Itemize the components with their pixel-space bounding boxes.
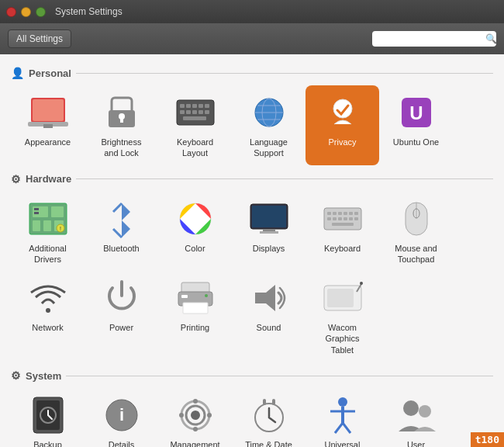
svg-rect-41	[252, 206, 286, 227]
svg-marker-67	[255, 285, 275, 311]
svg-rect-35	[34, 212, 39, 214]
icon-displays	[248, 198, 290, 240]
label-time-date: Time & Date	[245, 439, 292, 447]
maximize-button[interactable]	[36, 7, 46, 17]
label-ubuntu-one: Ubuntu One	[393, 137, 439, 147]
icon-appearance	[27, 92, 69, 133]
settings-item-user[interactable]: User	[379, 388, 453, 447]
settings-item-bluetooth[interactable]: Bluetooth	[85, 192, 158, 272]
icon-wacom	[322, 277, 364, 319]
svg-rect-10	[186, 104, 191, 108]
settings-item-language-support[interactable]: Language Support	[232, 85, 306, 165]
search-input[interactable]	[377, 33, 485, 44]
svg-rect-50	[354, 212, 358, 215]
svg-point-81	[193, 427, 198, 431]
minimize-button[interactable]	[21, 7, 31, 17]
svg-rect-9	[180, 104, 185, 108]
icon-management-service	[174, 394, 216, 436]
settings-item-sound[interactable]: Sound	[232, 271, 306, 362]
svg-rect-3	[43, 124, 53, 128]
section-header-hardware: ⚙Hardware	[11, 173, 493, 185]
icon-grid-personal: AppearanceBrightness and LockKeyboard La…	[11, 85, 493, 165]
label-mouse-touchpad: Mouse and Touchpad	[395, 243, 437, 265]
icon-color	[174, 198, 216, 240]
title-bar: System Settings	[0, 0, 504, 23]
search-icon: 🔍	[485, 33, 497, 44]
all-settings-button[interactable]: All Settings	[8, 29, 71, 48]
svg-rect-53	[338, 217, 342, 220]
settings-item-management-service[interactable]: Management Service	[158, 388, 232, 447]
label-brightness-lock: Brightness and Lock	[102, 137, 142, 159]
svg-line-90	[335, 423, 343, 433]
label-keyboard: Keyboard	[324, 243, 361, 254]
svg-point-61	[46, 308, 50, 313]
section-header-system: ⚙System	[11, 369, 493, 382]
settings-item-displays[interactable]: Displays	[232, 192, 306, 272]
close-button[interactable]	[6, 7, 16, 17]
svg-rect-54	[343, 217, 347, 220]
settings-item-brightness-lock[interactable]: Brightness and Lock	[85, 85, 158, 165]
svg-rect-55	[349, 217, 353, 220]
icon-details: i	[101, 394, 143, 436]
settings-item-keyboard[interactable]: Keyboard	[306, 192, 379, 272]
svg-rect-52	[333, 217, 337, 220]
section-label-hardware: Hardware	[26, 173, 71, 185]
settings-item-universal-access[interactable]: Universal Access	[306, 388, 379, 447]
window-title: System Settings	[55, 6, 123, 17]
label-power: Power	[109, 322, 133, 333]
svg-rect-48	[343, 212, 347, 215]
label-details: Details	[109, 439, 135, 447]
svg-point-25	[333, 99, 352, 118]
search-box: 🔍	[372, 31, 496, 47]
svg-rect-32	[43, 220, 51, 231]
svg-point-87	[338, 397, 347, 407]
svg-text:i: i	[119, 405, 123, 424]
section-icon-system: ⚙	[11, 369, 21, 382]
icon-universal-access	[322, 394, 364, 436]
settings-item-appearance[interactable]: Appearance	[11, 85, 85, 165]
svg-rect-13	[205, 104, 209, 108]
icon-backup	[27, 394, 69, 436]
settings-item-backup[interactable]: Backup	[11, 388, 85, 447]
icon-user	[395, 394, 437, 436]
settings-item-network[interactable]: Network	[11, 271, 85, 362]
watermark: t180	[471, 432, 504, 447]
section-icon-personal: 👤	[11, 67, 24, 79]
svg-rect-56	[354, 217, 358, 220]
settings-item-privacy[interactable]: Privacy	[306, 85, 379, 165]
svg-rect-30	[51, 206, 64, 217]
settings-item-additional-drivers[interactable]: !Additional Drivers	[11, 192, 85, 272]
settings-item-time-date[interactable]: Time & Date	[232, 388, 306, 447]
svg-rect-12	[198, 104, 203, 108]
svg-point-39	[189, 213, 202, 225]
settings-item-keyboard-layout[interactable]: Keyboard Layout	[158, 85, 232, 165]
settings-item-mouse-touchpad[interactable]: Mouse and Touchpad	[379, 192, 453, 272]
label-backup: Backup	[33, 439, 62, 447]
settings-item-details[interactable]: iDetails	[85, 388, 158, 447]
icon-power	[101, 277, 143, 319]
label-printing: Printing	[181, 322, 209, 333]
icon-keyboard-layout	[174, 92, 216, 133]
icon-network	[27, 277, 69, 319]
svg-rect-51	[327, 217, 331, 220]
section-divider-system	[66, 376, 493, 376]
label-wacom: Wacom Graphics Tablet	[325, 322, 359, 355]
label-management-service: Management Service	[170, 439, 219, 447]
icon-time-date	[248, 394, 290, 436]
svg-rect-45	[327, 212, 331, 215]
svg-rect-47	[338, 212, 342, 215]
settings-content: 👤PersonalAppearanceBrightness and LockKe…	[0, 54, 504, 447]
settings-item-power[interactable]: Power	[85, 271, 158, 362]
section-divider-hardware	[76, 178, 493, 179]
section-label-personal: Personal	[29, 68, 71, 79]
svg-rect-15	[186, 110, 191, 114]
svg-point-80	[193, 399, 198, 404]
label-keyboard-layout: Keyboard Layout	[177, 137, 213, 159]
icon-printing	[174, 277, 216, 319]
settings-item-ubuntu-one[interactable]: UUbuntu One	[379, 85, 453, 165]
settings-item-color[interactable]: Color	[158, 192, 232, 272]
icon-privacy	[322, 92, 364, 133]
svg-line-91	[343, 423, 350, 433]
settings-item-wacom[interactable]: Wacom Graphics Tablet	[306, 271, 379, 362]
settings-item-printing[interactable]: Printing	[158, 271, 232, 362]
